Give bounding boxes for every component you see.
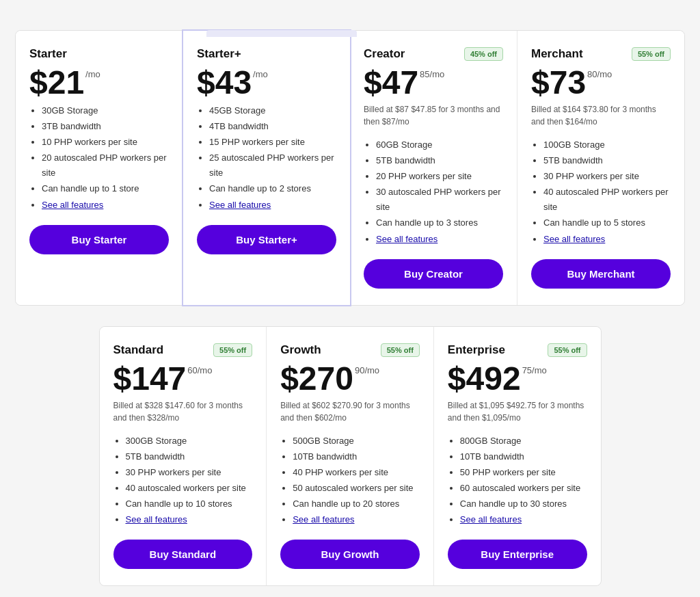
price-row-starter-plus: $43 /mo (197, 66, 336, 99)
plan-name-creator: Creator (364, 47, 405, 61)
price-sup-enterprise: 75/mo (522, 365, 547, 375)
billed-text-enterprise: Billed at $1,095 $492.75 for 3 months an… (448, 399, 587, 424)
features-list-enterprise: 800GB Storage10TB bandwidth50 PHP worker… (448, 434, 587, 528)
billed-text-creator: Billed at $87 $47.85 for 3 months and th… (364, 103, 503, 128)
plan-name-growth: Growth (280, 343, 321, 357)
billed-text-merchant: Billed at $164 $73.80 for 3 months and t… (531, 103, 671, 128)
buy-button-creator[interactable]: Buy Creator (364, 259, 503, 289)
billed-text-standard: Billed at $328 $147.60 for 3 months and … (113, 399, 253, 424)
price-row-standard: $147 60/mo (113, 362, 253, 395)
feature-item: 100GB Storage (543, 137, 671, 152)
buy-button-growth[interactable]: Buy Growth (280, 540, 420, 569)
plan-header-creator: Creator 45% off (364, 47, 503, 61)
off-badge-growth: 55% off (381, 343, 420, 357)
price-row-growth: $270 90/mo (280, 362, 420, 395)
price-sup-growth: 90/mo (355, 365, 379, 375)
plan-card-merchant: Merchant 55% off $73 80/mo Billed at $16… (517, 31, 684, 305)
plan-card-creator: Creator 45% off $47 85/mo Billed at $87 … (350, 31, 517, 305)
features-list-starter-plus: 45GB Storage4TB bandwidth15 PHP workers … (197, 103, 336, 213)
plan-header-enterprise: Enterprise 55% off (448, 343, 587, 357)
feature-item: 40 autoscaled PHP workers per site (543, 185, 671, 215)
plan-header-starter: Starter (29, 47, 169, 61)
off-badge-standard: 55% off (213, 343, 252, 357)
price-dollar-enterprise: $492 (448, 362, 521, 395)
feature-item: 60 autoscaled workers per site (460, 481, 587, 496)
feature-item: 10TB bandwidth (460, 449, 587, 464)
feature-item: 30GB Storage (42, 103, 169, 118)
see-all-standard[interactable]: See all features (126, 512, 253, 527)
feature-item: 30 autoscaled PHP workers per site (376, 185, 503, 215)
feature-item: Can handle up to 30 stores (460, 496, 587, 512)
feature-item: 3TB bandwidth (42, 119, 169, 134)
see-all-merchant[interactable]: See all features (543, 232, 671, 247)
plan-name-merchant: Merchant (531, 47, 583, 61)
plan-card-growth: Growth 55% off $270 90/mo Billed at $602… (267, 327, 434, 586)
see-all-starter-plus[interactable]: See all features (209, 198, 336, 213)
feature-item: 5TB bandwidth (543, 153, 671, 168)
plan-header-standard: Standard 55% off (113, 343, 253, 357)
feature-item: 300GB Storage (126, 434, 253, 449)
feature-item: 500GB Storage (293, 434, 420, 449)
off-badge-creator: 45% off (464, 47, 503, 61)
pricing-wrapper: Starter $21 /mo 30GB Storage3TB bandwidt… (15, 30, 685, 586)
feature-item: Can handle up to 10 stores (126, 496, 253, 512)
features-list-starter: 30GB Storage3TB bandwidth10 PHP workers … (29, 103, 169, 213)
price-dollar-creator: $47 (364, 66, 418, 99)
buy-button-enterprise[interactable]: Buy Enterprise (448, 540, 587, 569)
price-dollar-growth: $270 (280, 362, 353, 395)
feature-item: 40 PHP workers per site (293, 465, 420, 480)
billed-text-growth: Billed at $602 $270.90 for 3 months and … (280, 399, 420, 424)
feature-item: 10TB bandwidth (293, 449, 420, 464)
see-all-starter[interactable]: See all features (42, 198, 169, 213)
best-value-badge (206, 30, 357, 37)
feature-item: 20 PHP workers per site (376, 169, 503, 184)
top-row: Starter $21 /mo 30GB Storage3TB bandwidt… (15, 30, 685, 306)
feature-item: 30 PHP workers per site (543, 169, 671, 184)
feature-item: 50 PHP workers per site (460, 465, 587, 480)
off-badge-merchant: 55% off (632, 47, 671, 61)
features-list-merchant: 100GB Storage5TB bandwidth30 PHP workers… (531, 137, 671, 247)
feature-item: Can handle up to 2 stores (209, 181, 336, 196)
price-sup-standard: 60/mo (187, 365, 212, 375)
price-row-creator: $47 85/mo (364, 66, 503, 99)
price-row-merchant: $73 80/mo (531, 66, 671, 99)
see-all-enterprise[interactable]: See all features (460, 512, 587, 527)
plan-name-enterprise: Enterprise (448, 343, 505, 357)
feature-item: 800GB Storage (460, 434, 587, 449)
bottom-section: Standard 55% off $147 60/mo Billed at $3… (15, 326, 685, 587)
plan-name-starter: Starter (29, 47, 67, 61)
feature-item: 4TB bandwidth (209, 119, 336, 134)
plan-name-starter-plus: Starter+ (197, 47, 241, 61)
feature-item: Can handle up to 5 stores (543, 215, 671, 230)
price-dollar-merchant: $73 (531, 66, 586, 99)
buy-button-starter-plus[interactable]: Buy Starter+ (197, 225, 336, 254)
plan-header-merchant: Merchant 55% off (531, 47, 671, 61)
feature-item: Can handle up to 1 store (42, 181, 169, 196)
buy-button-merchant[interactable]: Buy Merchant (531, 259, 671, 289)
price-dollar-starter-plus: $43 (197, 66, 252, 99)
price-sup-starter: /mo (85, 69, 100, 79)
feature-item: 50 autoscaled workers per site (293, 481, 420, 496)
off-badge-enterprise: 55% off (548, 343, 587, 357)
plan-card-enterprise: Enterprise 55% off $492 75/mo Billed at … (434, 327, 601, 586)
feature-item: Can handle up to 20 stores (293, 496, 420, 512)
features-list-standard: 300GB Storage5TB bandwidth30 PHP workers… (113, 434, 253, 528)
top-section: Starter $21 /mo 30GB Storage3TB bandwidt… (15, 30, 685, 306)
buy-button-starter[interactable]: Buy Starter (29, 225, 169, 254)
feature-item: 40 autoscaled workers per site (126, 481, 253, 496)
price-sup-creator: 85/mo (420, 69, 444, 79)
features-list-creator: 60GB Storage5TB bandwidth20 PHP workers … (364, 137, 503, 247)
feature-item: 60GB Storage (376, 137, 503, 152)
buy-button-standard[interactable]: Buy Standard (113, 540, 253, 569)
plan-header-growth: Growth 55% off (280, 343, 420, 357)
feature-item: Can handle up to 3 stores (376, 215, 503, 230)
see-all-growth[interactable]: See all features (293, 512, 420, 527)
see-all-creator[interactable]: See all features (376, 232, 503, 247)
feature-item: 30 PHP workers per site (126, 465, 253, 480)
plan-header-starter-plus: Starter+ (197, 47, 336, 61)
feature-item: 45GB Storage (209, 103, 336, 118)
feature-item: 25 autoscaled PHP workers per site (209, 150, 336, 181)
features-list-growth: 500GB Storage10TB bandwidth40 PHP worker… (280, 434, 420, 528)
price-row-enterprise: $492 75/mo (448, 362, 587, 395)
feature-item: 5TB bandwidth (126, 449, 253, 464)
